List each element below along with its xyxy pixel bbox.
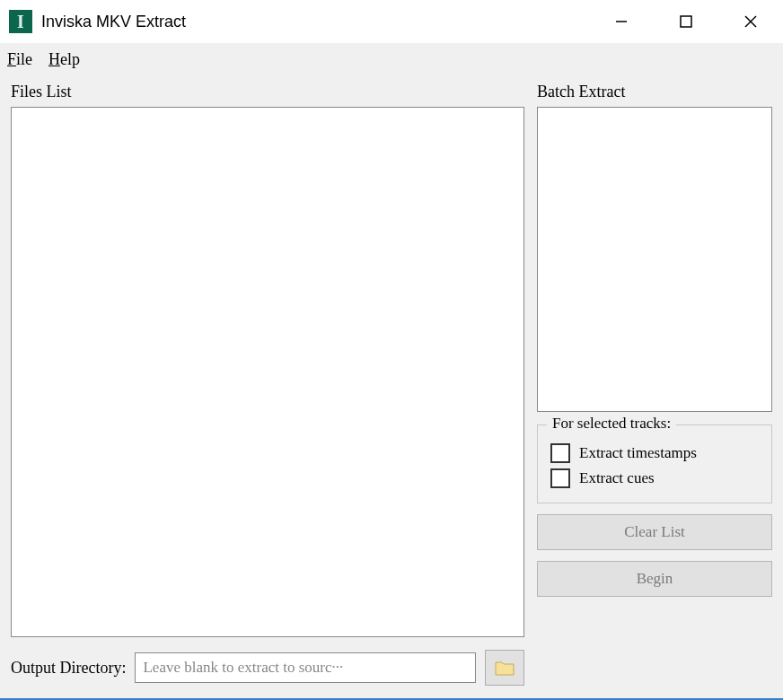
extract-timestamps-label: Extract timestamps xyxy=(579,444,697,462)
selected-tracks-group: For selected tracks: Extract timestamps … xyxy=(537,424,772,503)
extract-cues-label: Extract cues xyxy=(579,469,655,487)
menu-file[interactable]: File xyxy=(7,50,32,69)
batch-extract-label: Batch Extract xyxy=(537,83,772,101)
window-controls xyxy=(589,0,783,43)
minimize-button[interactable] xyxy=(589,0,654,43)
app-window: I Inviska MKV Extract File Help Files Li… xyxy=(0,0,783,700)
output-directory-placeholder: Leave blank to extract to sourc··· xyxy=(143,659,343,677)
maximize-button[interactable] xyxy=(654,0,718,43)
content-area: Files List Output Directory: Leave blank… xyxy=(0,75,783,698)
app-icon-letter: I xyxy=(17,12,24,32)
svg-rect-1 xyxy=(681,16,691,27)
close-button[interactable] xyxy=(718,0,783,43)
output-directory-input[interactable]: Leave blank to extract to sourc··· xyxy=(135,652,476,683)
files-list-box[interactable] xyxy=(11,107,524,637)
right-column: Batch Extract For selected tracks: Extra… xyxy=(537,83,772,686)
files-list-label: Files List xyxy=(11,83,524,101)
extract-timestamps-checkbox[interactable] xyxy=(550,443,570,463)
batch-extract-box[interactable] xyxy=(537,107,772,412)
group-title: For selected tracks: xyxy=(547,415,676,433)
extract-cues-row[interactable]: Extract cues xyxy=(550,468,762,488)
menu-help-rest: elp xyxy=(60,50,80,68)
menu-help[interactable]: Help xyxy=(48,50,80,69)
output-directory-label: Output Directory: xyxy=(11,659,126,678)
menu-file-rest: ile xyxy=(16,50,32,68)
menubar: File Help xyxy=(0,43,783,75)
begin-label: Begin xyxy=(637,570,673,588)
window-title: Inviska MKV Extract xyxy=(41,13,186,31)
close-icon xyxy=(743,14,758,29)
titlebar: I Inviska MKV Extract xyxy=(0,0,783,43)
folder-icon xyxy=(495,660,515,676)
clear-list-button[interactable]: Clear List xyxy=(537,514,772,550)
minimize-icon xyxy=(614,14,629,29)
extract-cues-checkbox[interactable] xyxy=(550,468,570,488)
clear-list-label: Clear List xyxy=(624,523,685,541)
maximize-icon xyxy=(679,14,693,29)
app-icon: I xyxy=(9,10,32,33)
begin-button[interactable]: Begin xyxy=(537,561,772,597)
output-row: Output Directory: Leave blank to extract… xyxy=(11,650,524,686)
browse-button[interactable] xyxy=(485,650,524,686)
extract-timestamps-row[interactable]: Extract timestamps xyxy=(550,443,762,463)
left-column: Files List Output Directory: Leave blank… xyxy=(11,83,524,686)
